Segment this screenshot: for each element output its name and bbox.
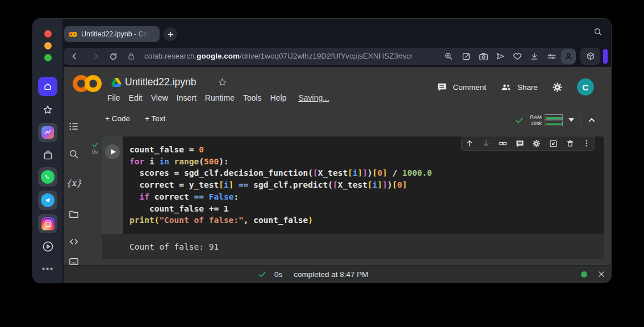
- variables-button[interactable]: {x}: [64, 178, 84, 188]
- menu-tools[interactable]: Tools: [243, 93, 262, 102]
- shopping-bag-icon[interactable]: [38, 145, 57, 164]
- new-tab-button[interactable]: [164, 27, 177, 41]
- chevron-right-icon: [91, 51, 101, 61]
- tab-bar: Untitled22.ipynb - Colab: [62, 19, 611, 45]
- notebook-canvas: 0s count_false = 0for i in range(500): s…: [84, 130, 611, 266]
- url-bar[interactable]: colab.research.google.com/drive/1woq07lJ…: [64, 48, 575, 65]
- cell-more-menu-button[interactable]: [582, 139, 591, 148]
- menu-help[interactable]: Help: [270, 93, 287, 102]
- collapse-header-button[interactable]: [586, 114, 597, 126]
- status-elapsed: 0s: [274, 270, 282, 279]
- extensions-button[interactable]: [580, 48, 600, 65]
- move-cell-down-button[interactable]: [482, 139, 491, 148]
- status-bar: 0s completed at 8:47 PM: [64, 265, 611, 283]
- toolbar-right: RAM Disk: [515, 111, 597, 129]
- disk-label: Disk: [530, 120, 542, 126]
- menu-insert[interactable]: Insert: [177, 93, 196, 102]
- traffic-light-minimize[interactable]: [44, 42, 52, 49]
- extension-pin[interactable]: [603, 49, 608, 64]
- menu-edit[interactable]: Edit: [129, 93, 143, 102]
- lock-icon: [127, 52, 136, 61]
- camera-icon: [478, 51, 489, 62]
- resources-indicator[interactable]: RAM Disk: [530, 114, 563, 127]
- notebook-title[interactable]: Untitled22.ipynb: [125, 76, 196, 88]
- star-notebook-button[interactable]: [217, 77, 228, 88]
- screenshot-button[interactable]: [476, 50, 490, 63]
- back-button[interactable]: [68, 50, 81, 63]
- left-rail: {x}: [64, 130, 85, 266]
- open-in-editor-button[interactable]: [549, 139, 558, 148]
- connection-dot: [581, 271, 587, 278]
- colab-logo[interactable]: [73, 75, 102, 92]
- sidebar-divider: [40, 259, 56, 259]
- play-circle-app-icon[interactable]: [38, 237, 57, 256]
- code-line[interactable]: correct = y_test[i] == sgd_clf.predict([…: [129, 179, 432, 191]
- status-message: completed at 8:47 PM: [294, 270, 368, 279]
- share-button[interactable]: Share: [500, 81, 538, 93]
- find-replace-button[interactable]: [64, 148, 84, 160]
- profile-button[interactable]: [561, 49, 576, 64]
- runtime-check-icon: [515, 115, 524, 125]
- whatsapp-circle: [41, 170, 55, 184]
- sidebar-more-button[interactable]: •••: [33, 263, 62, 275]
- browser-tab[interactable]: Untitled22.ipynb - Colab: [64, 26, 160, 42]
- menu-view[interactable]: View: [151, 93, 168, 102]
- table-of-contents-button[interactable]: [64, 121, 84, 132]
- telegram-app-icon[interactable]: [38, 191, 57, 210]
- ram-label: RAM: [530, 114, 542, 120]
- download-button[interactable]: [528, 50, 541, 63]
- status-check-icon: [258, 270, 266, 279]
- url-text[interactable]: colab.research.google.com/drive/1woq07lJ…: [144, 48, 433, 65]
- code-line[interactable]: count_false = 0: [129, 144, 432, 156]
- tab-search-button[interactable]: [593, 27, 603, 37]
- files-button[interactable]: [64, 208, 84, 220]
- add-code-button[interactable]: + Code: [105, 114, 130, 123]
- traffic-light-close[interactable]: [44, 30, 52, 38]
- share-page-button[interactable]: [494, 50, 507, 63]
- menu-runtime[interactable]: Runtime: [205, 93, 235, 102]
- menu-bar: File Edit View Insert Runtime Tools Help…: [107, 93, 329, 102]
- menu-file[interactable]: File: [107, 93, 120, 102]
- home-app-icon[interactable]: [38, 77, 57, 96]
- settings-sliders-button[interactable]: [545, 50, 558, 63]
- execution-badge: 0s: [87, 141, 102, 155]
- move-cell-up-button[interactable]: [465, 139, 474, 148]
- account-avatar[interactable]: C: [577, 78, 594, 96]
- code-content[interactable]: count_false = 0for i in range(500): scor…: [123, 136, 436, 234]
- settings-button[interactable]: [551, 81, 563, 93]
- code-line[interactable]: print("Count of false:", count_false): [129, 214, 432, 226]
- code-line[interactable]: if correct == False:: [129, 191, 432, 203]
- run-cell-button[interactable]: [105, 144, 120, 159]
- reload-button[interactable]: [107, 50, 119, 63]
- delete-cell-button[interactable]: [566, 139, 575, 148]
- comment-button[interactable]: Comment: [436, 81, 486, 93]
- toolbar-divider: [580, 114, 580, 126]
- favorite-button[interactable]: [511, 50, 524, 63]
- code-editor[interactable]: count_false = 0for i in range(500): scor…: [102, 136, 604, 234]
- cell-toolbar: [461, 136, 595, 151]
- gradient-app-icon[interactable]: [38, 123, 57, 142]
- code-line[interactable]: for i in range(500):: [129, 156, 432, 168]
- ram-gauge: [545, 114, 563, 120]
- code-line[interactable]: scores = sgd_clf.decision_function([X_te…: [129, 167, 432, 179]
- zoom-page-button[interactable]: [442, 50, 455, 63]
- close-status-button[interactable]: [597, 270, 605, 278]
- forward-button[interactable]: [90, 50, 102, 63]
- code-snippets-button[interactable]: [64, 236, 84, 247]
- disk-gauge: [545, 121, 563, 126]
- status-right: [581, 270, 605, 278]
- lock-button[interactable]: [125, 50, 137, 63]
- add-text-button[interactable]: + Text: [145, 114, 165, 123]
- toc-icon: [68, 121, 80, 132]
- favorites-star-icon[interactable]: [38, 100, 57, 119]
- whatsapp-app-icon[interactable]: [38, 167, 57, 187]
- copy-link-to-cell-button[interactable]: [498, 139, 508, 148]
- add-comment-button[interactable]: [515, 139, 525, 148]
- saving-status[interactable]: Saving...: [298, 93, 329, 102]
- instagram-app-icon[interactable]: [38, 214, 57, 233]
- compose-button[interactable]: [459, 50, 473, 63]
- traffic-light-zoom[interactable]: [44, 54, 52, 61]
- resources-dropdown-caret[interactable]: [568, 118, 574, 122]
- code-line[interactable]: count_false += 1: [129, 203, 432, 215]
- cell-settings-button[interactable]: [532, 139, 541, 148]
